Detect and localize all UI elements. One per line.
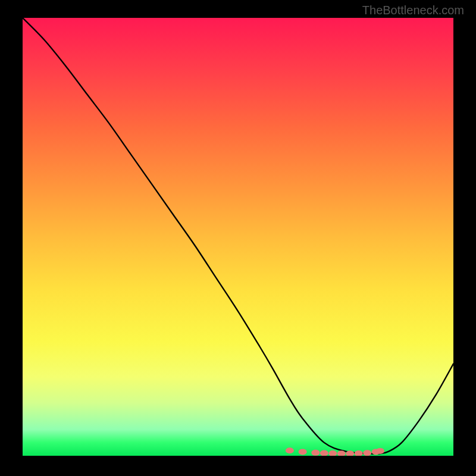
chart-svg <box>23 18 453 456</box>
highlight-dot <box>286 447 294 453</box>
highlight-dot <box>355 450 363 456</box>
highlight-dot <box>376 448 384 454</box>
highlight-dot <box>328 450 337 456</box>
highlight-dot <box>363 450 371 456</box>
watermark-text: TheBottleneck.com <box>362 4 464 17</box>
highlight-dot <box>311 450 320 456</box>
bottleneck-curve <box>23 18 453 454</box>
plot-area <box>23 18 453 456</box>
highlight-dot <box>320 450 328 456</box>
highlight-dot <box>299 449 307 455</box>
